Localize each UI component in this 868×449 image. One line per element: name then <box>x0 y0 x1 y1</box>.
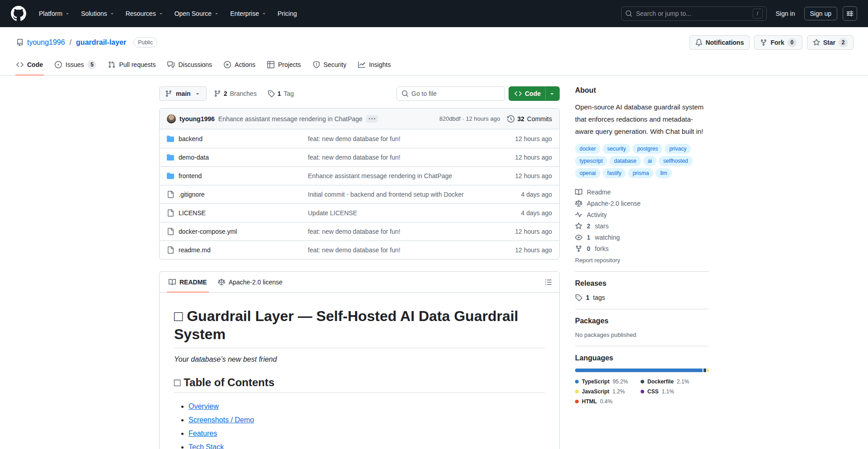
tab-readme[interactable]: README <box>163 272 212 292</box>
topic-pill[interactable]: ai <box>643 156 656 166</box>
language-bar-segment[interactable] <box>575 369 703 372</box>
file-name-link[interactable]: LICENSE <box>179 209 206 217</box>
search-input[interactable] <box>636 10 749 17</box>
commit-author-link[interactable]: tyoung1996 <box>179 115 215 123</box>
branch-selector[interactable]: main <box>159 86 207 101</box>
nav-item[interactable]: Enterprise <box>226 6 271 21</box>
commit-sha-link[interactable]: 820dbdf <box>439 115 461 122</box>
topic-pill[interactable]: fastify <box>603 168 626 178</box>
topic-pill[interactable]: prisma <box>628 168 653 178</box>
git-branch-icon <box>165 90 172 97</box>
language-legend-item[interactable]: Dockerfile 2.1% <box>641 378 706 385</box>
notifications-button[interactable]: Notifications <box>689 35 750 50</box>
license-link[interactable]: Apache-2.0 license <box>575 198 709 209</box>
nav-item[interactable]: Solutions <box>76 6 119 21</box>
tab-projects[interactable]: Projects <box>263 54 306 75</box>
file-name-link[interactable]: backend <box>179 135 203 142</box>
topic-pill[interactable]: database <box>609 156 641 166</box>
command-palette-button[interactable] <box>843 6 857 21</box>
nav-item[interactable]: Pricing <box>273 6 302 21</box>
topic-pill[interactable]: docker <box>575 144 600 154</box>
releases-tags-link[interactable]: 1 tags <box>575 294 709 301</box>
readme-outline-button[interactable] <box>541 275 556 289</box>
topic-pill[interactable]: postgres <box>632 144 662 154</box>
file-commit-time: 12 hours ago <box>484 172 552 180</box>
file-commit-message-link[interactable]: feat: new demo database for fun! <box>308 135 401 142</box>
stars-link[interactable]: 2 stars <box>575 220 709 232</box>
repo-name-link[interactable]: guardrail-layer <box>76 38 126 47</box>
language-bar-segment[interactable] <box>703 369 706 372</box>
branches-link[interactable]: 2 Branches <box>210 90 260 97</box>
toc-link[interactable]: Tech Stack <box>189 443 224 449</box>
commits-count-label: Commits <box>527 115 552 123</box>
topic-pill[interactable]: privacy <box>665 144 691 154</box>
file-commit-message-link[interactable]: Initial commit - backend and frontend se… <box>308 191 464 198</box>
nav-item[interactable]: Resources <box>121 6 168 21</box>
releases-count-label: tags <box>593 294 605 301</box>
tags-label: Tag <box>283 90 294 97</box>
repo-owner-link[interactable]: tyoung1996 <box>27 38 65 47</box>
star-button[interactable]: Star 2 <box>807 35 854 50</box>
file-name-link[interactable]: .gitignore <box>179 191 205 198</box>
language-legend-item[interactable]: TypeScript 95.2% <box>575 378 641 385</box>
tab-actions[interactable]: Actions <box>219 54 260 75</box>
report-repository-link[interactable]: Report repository <box>575 257 620 264</box>
tab-pull-requests[interactable]: Pull requests <box>104 54 160 75</box>
star-count: 2 <box>839 38 848 47</box>
tab-issues[interactable]: Issues 5 <box>50 54 101 75</box>
about-description: Open-source AI database guardrail system… <box>575 101 709 137</box>
search-box[interactable]: / <box>621 6 767 21</box>
language-legend-item[interactable]: CSS 1.1% <box>641 388 706 395</box>
file-commit-message-link[interactable]: feat: new demo database for fun! <box>308 154 401 161</box>
tab-license-label: Apache-2.0 license <box>229 279 283 286</box>
fork-button[interactable]: Fork 0 <box>754 35 802 50</box>
file-commit-time: 12 hours ago <box>484 135 552 142</box>
commit-message-link[interactable]: Enhance assistant message rendering in C… <box>218 115 363 123</box>
toc-link[interactable]: Features <box>189 430 217 437</box>
topic-pill[interactable]: llm <box>656 168 671 178</box>
go-to-file-box[interactable] <box>396 86 505 101</box>
toc-link[interactable]: Screenshots / Demo <box>189 416 254 424</box>
language-legend-item[interactable]: JavaScript 1.2% <box>575 388 641 395</box>
tab-security[interactable]: Security <box>308 54 351 75</box>
commit-history-link[interactable]: 32 Commits <box>507 115 552 123</box>
tags-link[interactable]: 1 Tag <box>264 90 297 97</box>
file-name-link[interactable]: readme.md <box>179 246 211 254</box>
activity-link[interactable]: Activity <box>575 209 709 220</box>
watching-link[interactable]: 1 watching <box>575 232 709 243</box>
readme-link[interactable]: Readme <box>575 186 709 198</box>
tab-discussions[interactable]: Discussions <box>163 54 217 75</box>
tab-insights[interactable]: Insights <box>354 54 395 75</box>
readme-panel: README Apache-2.0 license □ Guardrail La… <box>159 271 560 449</box>
toc-link[interactable]: Overview <box>189 402 219 410</box>
topic-pill[interactable]: typescript <box>575 156 607 166</box>
sign-up-button[interactable]: Sign up <box>804 7 837 20</box>
file-name-link[interactable]: demo-data <box>179 154 209 161</box>
nav-item[interactable]: Open Source <box>170 6 224 21</box>
tab-license[interactable]: Apache-2.0 license <box>212 272 288 292</box>
sign-in-link[interactable]: Sign in <box>772 7 799 20</box>
language-percent: 1.2% <box>613 388 625 395</box>
code-dropdown-button[interactable]: Code <box>509 86 560 101</box>
commit-ellipsis-button[interactable] <box>366 115 378 123</box>
file-name-link[interactable]: docker-compose.yml <box>179 228 237 235</box>
sidebar: About Open-source AI database guardrail … <box>575 86 709 449</box>
file-commit-message-link[interactable]: Update LICENSE <box>308 209 357 217</box>
file-name-link[interactable]: frontend <box>179 172 202 180</box>
language-legend-item[interactable]: HTML 0.4% <box>575 398 641 405</box>
file-commit-message-link[interactable]: feat: new demo database for fun! <box>308 228 401 235</box>
search-icon <box>401 90 409 97</box>
avatar[interactable] <box>167 114 176 123</box>
nav-item[interactable]: Platform <box>34 6 75 21</box>
forks-link[interactable]: 0 forks <box>575 243 709 254</box>
language-bar-segment[interactable] <box>707 369 709 372</box>
chevron-down-icon <box>549 90 555 97</box>
tab-code[interactable]: Code <box>12 54 47 75</box>
topic-pill[interactable]: selfhosted <box>659 156 693 166</box>
file-commit-message-link[interactable]: feat: new demo database for fun! <box>308 246 401 254</box>
topic-pill[interactable]: openai <box>575 168 600 178</box>
topic-pill[interactable]: security <box>603 144 630 154</box>
go-to-file-input[interactable] <box>411 90 500 97</box>
github-logo-icon[interactable] <box>11 6 26 21</box>
file-commit-message-link[interactable]: Enhance assistant message rendering in C… <box>308 172 452 180</box>
